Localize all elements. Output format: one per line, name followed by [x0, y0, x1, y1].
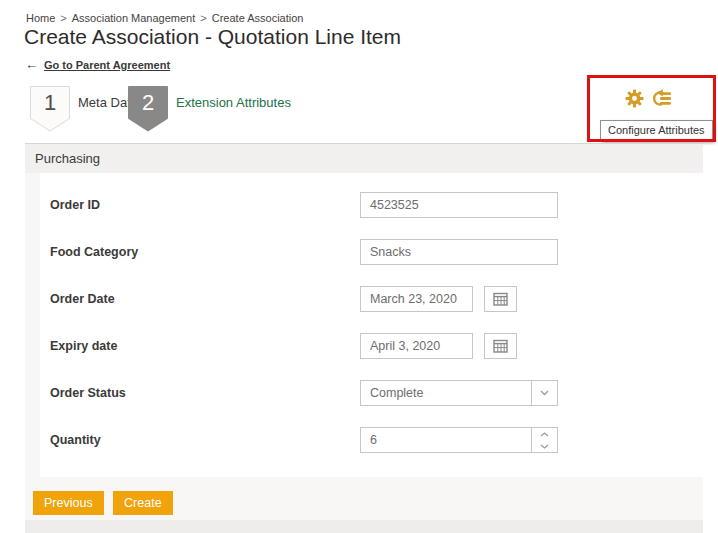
page-title: Create Association - Quotation Line Item [24, 25, 401, 49]
go-to-parent-agreement-label: Go to Parent Agreement [44, 59, 170, 71]
order-date-label: Order Date [50, 292, 115, 306]
order-status-value: Complete [361, 381, 531, 405]
configure-attributes-tooltip: Configure Attributes [600, 120, 713, 141]
configure-attributes-icon[interactable] [650, 89, 673, 108]
expiry-date-calendar-button[interactable] [484, 333, 517, 359]
form-row-order-date: Order Date [40, 286, 703, 312]
create-button[interactable]: Create [113, 491, 173, 515]
expiry-date-label: Expiry date [50, 339, 117, 353]
chevron-down-icon [540, 444, 549, 449]
food-category-label: Food Category [50, 245, 138, 259]
form-row-expiry-date: Expiry date [40, 333, 703, 359]
step-2-badge[interactable]: 2 [128, 86, 168, 132]
previous-button[interactable]: Previous [33, 491, 104, 515]
form-content: Order ID Food Category Order Date [40, 173, 703, 477]
spinner-down-button[interactable] [532, 440, 557, 452]
expiry-date-field[interactable] [360, 333, 473, 359]
form-row-food-category: Food Category [40, 239, 703, 265]
breadcrumb-association-management[interactable]: Association Management [72, 12, 196, 24]
breadcrumb-separator: > [200, 12, 206, 24]
quantity-stepper[interactable]: 6 [360, 427, 558, 453]
order-date-calendar-button[interactable] [484, 286, 517, 312]
section-header-purchasing: Purchasing [25, 144, 703, 173]
form-row-quantity: Quantity 6 [40, 427, 703, 453]
footer-buttons: Previous Create [33, 491, 178, 515]
form-row-order-status: Order Status Complete [40, 380, 703, 406]
gear-icon[interactable] [625, 89, 644, 108]
food-category-field[interactable] [360, 239, 558, 265]
extension-attributes-panel: Purchasing Order ID Food Category Order … [25, 143, 703, 533]
calendar-icon [493, 292, 508, 306]
quantity-spinner-column [531, 428, 557, 452]
step-1-number: 1 [30, 88, 70, 118]
order-date-field[interactable] [360, 286, 473, 312]
step-1-badge[interactable]: 1 [30, 86, 70, 132]
quantity-value: 6 [361, 428, 531, 452]
dropdown-chevron[interactable] [531, 381, 557, 405]
calendar-icon [493, 339, 508, 353]
step-2-number: 2 [128, 88, 168, 118]
quantity-label: Quantity [50, 433, 101, 447]
order-status-label: Order Status [50, 386, 126, 400]
breadcrumb-home[interactable]: Home [26, 12, 55, 24]
back-arrow-icon: ← [25, 57, 38, 72]
breadcrumb-create-association[interactable]: Create Association [212, 12, 304, 24]
panel-bottom-strip [25, 520, 703, 533]
spinner-up-button[interactable] [532, 428, 557, 440]
breadcrumb-separator: > [60, 12, 66, 24]
tab-extension-attributes[interactable]: Extension Attributes [176, 95, 291, 110]
go-to-parent-agreement-link[interactable]: ←Go to Parent Agreement [25, 57, 170, 72]
order-id-field[interactable] [360, 192, 558, 218]
order-id-label: Order ID [50, 198, 100, 212]
chevron-down-icon [540, 390, 549, 396]
form-row-order-id: Order ID [40, 192, 703, 218]
chevron-up-icon [540, 432, 549, 437]
order-status-dropdown[interactable]: Complete [360, 380, 558, 406]
breadcrumb: Home>Association Management>Create Assoc… [26, 12, 303, 24]
